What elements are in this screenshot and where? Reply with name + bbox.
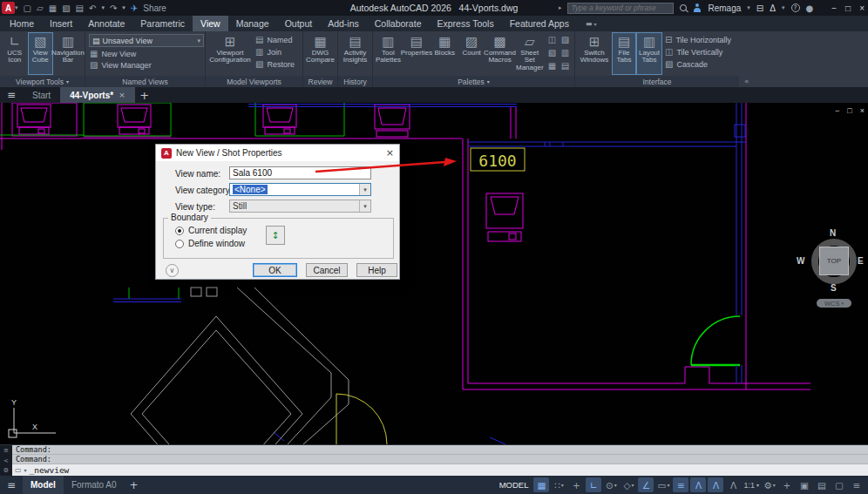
lineweight-icon[interactable]: ≡ bbox=[673, 477, 688, 492]
ok-button[interactable]: OK bbox=[253, 263, 297, 277]
current-display-radio[interactable]: Current display bbox=[175, 226, 247, 235]
activity-insights-button[interactable]: ▤Activity Insights bbox=[340, 32, 370, 75]
redo-icon[interactable]: ↷ bbox=[110, 3, 117, 13]
qat-customize-icon[interactable]: ▾ bbox=[122, 4, 125, 11]
tile-horizontally-button[interactable]: ⊟Tile Horizontally bbox=[662, 34, 734, 45]
palette-small-icon[interactable]: ▤ bbox=[559, 61, 571, 72]
new-layout-icon[interactable]: + bbox=[125, 479, 144, 491]
viewcube-north[interactable]: N bbox=[830, 228, 836, 238]
clean-screen-icon[interactable]: ▢ bbox=[831, 477, 847, 492]
dwg-compare-button[interactable]: ▦DWG Compare bbox=[305, 32, 336, 75]
command-window-icon[interactable]: ▭ bbox=[15, 466, 22, 474]
viewport-configuration-button[interactable]: ⊞Viewport Configuration bbox=[207, 32, 253, 75]
polar-tracking-icon[interactable]: ⊙▾ bbox=[603, 477, 619, 492]
new-view-button[interactable]: ▦New View bbox=[87, 48, 203, 59]
close-tab-icon[interactable]: × bbox=[119, 91, 125, 99]
tab-output[interactable]: Output bbox=[277, 16, 321, 31]
plot-icon[interactable]: ▤ bbox=[76, 3, 84, 13]
panel-label-named-views[interactable]: Named Views bbox=[85, 76, 205, 87]
panel-label-palettes[interactable]: Palettes▾ bbox=[373, 76, 574, 87]
customization-icon[interactable]: ≡ bbox=[849, 477, 865, 492]
help-icon[interactable]: ? bbox=[791, 3, 800, 12]
isolate-objects-icon[interactable]: ▣ bbox=[797, 477, 812, 492]
expand-dialog-button[interactable]: ∨ bbox=[166, 264, 179, 277]
user-avatar-icon[interactable] bbox=[693, 3, 702, 12]
annotation-scale-icon[interactable]: Λ bbox=[725, 477, 741, 492]
undo-icon[interactable]: ↶ bbox=[89, 3, 96, 13]
view-name-input[interactable] bbox=[229, 166, 371, 179]
panel-label-review[interactable]: Review bbox=[303, 76, 337, 87]
viewport-close-icon[interactable]: × bbox=[860, 106, 865, 115]
access-dropdown-icon[interactable]: ▾ bbox=[782, 4, 785, 11]
tab-insert[interactable]: Insert bbox=[42, 16, 80, 31]
join-viewports-button[interactable]: ▥Join bbox=[253, 46, 297, 58]
annotation-visibility-icon[interactable]: Λ bbox=[690, 477, 706, 492]
viewcube-top-face[interactable]: TOP bbox=[819, 247, 849, 275]
palette-small-icon[interactable]: ▦ bbox=[546, 61, 558, 72]
search-expand-icon[interactable]: ▸ bbox=[559, 4, 562, 11]
tab-annotate[interactable]: Annotate bbox=[80, 16, 132, 31]
viewport-restore-icon[interactable]: □ bbox=[847, 106, 851, 115]
view-list-dropdown[interactable]: ▤Unsaved View▾ bbox=[89, 34, 204, 47]
tab-parametric[interactable]: Parametric bbox=[132, 16, 193, 31]
tab-manage[interactable]: Manage bbox=[228, 16, 277, 31]
command-input-row[interactable]: ▭ ▾ _newview bbox=[12, 464, 868, 476]
annotation-scale-value[interactable]: 1:1▾ bbox=[743, 481, 759, 490]
view-cube-button[interactable]: ▧View Cube bbox=[28, 32, 54, 75]
recent-commands-icon[interactable]: ▾ bbox=[24, 467, 27, 473]
named-viewports-button[interactable]: ▤Named bbox=[253, 34, 297, 45]
viewcube-east[interactable]: E bbox=[858, 256, 864, 266]
ribbon-options-icon[interactable]: ▬▾ bbox=[586, 16, 597, 31]
file-tabs-button[interactable]: ▤File Tabs bbox=[612, 32, 636, 75]
save-as-icon[interactable]: ▧ bbox=[62, 3, 70, 13]
open-file-icon[interactable]: ▱ bbox=[37, 3, 44, 13]
selection-cycling-icon[interactable]: ▭▾ bbox=[655, 477, 671, 492]
crosshair-icon[interactable]: + bbox=[779, 477, 795, 492]
new-file-icon[interactable]: ▢ bbox=[24, 3, 31, 13]
sheet-set-manager-button[interactable]: ▱Sheet Set Manager bbox=[515, 32, 545, 75]
graphics-performance-icon[interactable]: ▤ bbox=[814, 477, 830, 492]
chevron-down-icon[interactable]: ▾ bbox=[359, 200, 370, 212]
define-window-radio[interactable]: Define window bbox=[175, 239, 245, 248]
cancel-button[interactable]: Cancel bbox=[306, 263, 348, 277]
command-macros-button[interactable]: ▩Command Macros bbox=[485, 32, 515, 75]
tab-view[interactable]: View bbox=[193, 16, 228, 31]
close-icon[interactable]: × bbox=[859, 3, 865, 13]
palette-small-icon[interactable]: ▧ bbox=[546, 48, 558, 59]
object-snap-tracking-icon[interactable]: ∠ bbox=[638, 477, 654, 492]
search-input[interactable] bbox=[571, 3, 670, 12]
layout-menu-icon[interactable]: ≡ bbox=[0, 479, 23, 491]
tab-add-ins[interactable]: Add-ins bbox=[320, 16, 367, 31]
assistant-icon[interactable]: ● bbox=[806, 3, 814, 13]
tile-vertically-button[interactable]: ◫Tile Vertically bbox=[662, 46, 734, 58]
ortho-toggle-icon[interactable]: ∟ bbox=[586, 477, 601, 492]
help-button[interactable]: Help bbox=[356, 263, 397, 277]
palette-small-icon[interactable]: ▨ bbox=[559, 35, 571, 46]
new-drawing-tab-icon[interactable]: + bbox=[135, 87, 154, 103]
workspace-switching-icon[interactable]: ⚙▾ bbox=[762, 477, 777, 492]
dynamic-input-icon[interactable]: + bbox=[568, 477, 584, 492]
ucs-icon-button[interactable]: ∟UCS Icon bbox=[2, 32, 28, 75]
drawing-canvas[interactable]: 6100 Y X − □ × N W E S TOP WCS▾ bbox=[0, 103, 868, 444]
user-name[interactable]: Remaga bbox=[708, 3, 741, 13]
layout-tab-formato-a0[interactable]: Formato A0 bbox=[64, 476, 125, 494]
layout-tabs-button[interactable]: ▥Layout Tabs bbox=[636, 32, 662, 75]
cascade-button[interactable]: ▧Cascade bbox=[662, 58, 734, 70]
ribbon-collapse-icon[interactable]: « bbox=[739, 77, 755, 87]
share-icon[interactable]: ✈ bbox=[131, 3, 138, 13]
file-tab-start[interactable]: Start bbox=[23, 87, 60, 103]
tab-home[interactable]: Home bbox=[2, 16, 42, 31]
panel-label-interface[interactable]: Interface bbox=[575, 76, 739, 87]
grip-icon[interactable]: ≡ bbox=[3, 447, 9, 454]
tab-collaborate[interactable]: Collaborate bbox=[367, 16, 430, 31]
viewport-minimize-icon[interactable]: − bbox=[835, 106, 839, 115]
customize-command-icon[interactable]: ⚙ bbox=[3, 467, 9, 474]
dialog-close-icon[interactable]: × bbox=[386, 147, 394, 159]
navigation-bar-button[interactable]: ▥Navigation Bar bbox=[53, 32, 83, 75]
autocad-logo-icon[interactable]: A bbox=[2, 2, 15, 14]
tab-express-tools[interactable]: Express Tools bbox=[429, 16, 501, 31]
file-tabs-menu-icon[interactable]: ≡ bbox=[0, 87, 23, 103]
restore-viewports-button[interactable]: ▧Restore bbox=[253, 58, 297, 70]
blocks-button[interactable]: ▦Blocks bbox=[431, 32, 458, 75]
undo-dropdown-icon[interactable]: ▾ bbox=[101, 4, 105, 11]
